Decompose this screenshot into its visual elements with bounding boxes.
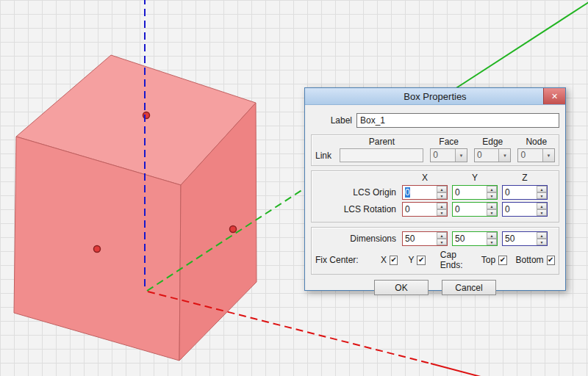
dialog-title: Box Properties xyxy=(404,91,466,102)
lcs-rotation-caption: LCS Rotation xyxy=(315,204,398,214)
link-row: Link 0 ▼ 0 ▼ 0 ▼ xyxy=(315,148,555,162)
lcs-group: X Y Z LCS Origin 0 ▲▼ 0 ▲▼ 0 xyxy=(311,170,559,223)
fix-center-y-checkbox[interactable]: ✔ xyxy=(417,256,425,265)
dimensions-group: Dimensions 50 ▲▼ 50 ▲▼ 50 ▲▼ Fix xyxy=(311,227,559,275)
dropdown-arrow-icon[interactable]: ▼ xyxy=(542,149,554,162)
cap-ends-bottom-checkbox[interactable]: ✔ xyxy=(547,256,555,265)
spin-down-icon[interactable]: ▼ xyxy=(437,209,447,216)
lcs-origin-x-spinner[interactable]: 0 ▲▼ xyxy=(402,185,448,200)
node-header: Node xyxy=(517,137,555,147)
fix-center-y-label: Y xyxy=(408,255,414,265)
face-header: Face xyxy=(430,137,467,147)
link-face-value: 0 xyxy=(431,149,455,162)
spin-up-icon[interactable]: ▲ xyxy=(537,203,547,209)
z-header: Z xyxy=(502,173,548,183)
dimensions-row: Dimensions 50 ▲▼ 50 ▲▼ 50 ▲▼ xyxy=(315,231,555,246)
dropdown-arrow-icon[interactable]: ▼ xyxy=(455,149,467,162)
dropdown-arrow-icon[interactable]: ▼ xyxy=(498,149,510,162)
spin-down-icon[interactable]: ▼ xyxy=(487,209,497,216)
lcs-rotation-y-value[interactable]: 0 xyxy=(453,203,487,216)
fix-center-row: Fix Center: X ✔ Y ✔ Cap Ends: Top ✔ Bott… xyxy=(315,250,555,270)
lcs-rotation-z-spinner[interactable]: 0 ▲▼ xyxy=(502,202,548,217)
edge-header: Edge xyxy=(474,137,512,147)
dimensions-z-spinner[interactable]: 50 ▲▼ xyxy=(502,231,548,246)
spin-down-icon[interactable]: ▼ xyxy=(537,192,547,199)
link-caption: Link xyxy=(315,151,333,161)
spin-up-icon[interactable]: ▲ xyxy=(437,232,447,239)
cancel-button[interactable]: Cancel xyxy=(442,280,496,295)
link-group: Parent Face Edge Node Link 0 ▼ 0 xyxy=(311,134,559,166)
link-edge-value: 0 xyxy=(475,149,499,162)
ok-button[interactable]: OK xyxy=(374,280,429,295)
spin-up-icon[interactable]: ▲ xyxy=(487,203,497,209)
dialog-buttons: OK Cancel xyxy=(311,280,559,295)
link-node-value: 0 xyxy=(518,149,542,162)
spin-down-icon[interactable]: ▼ xyxy=(437,192,447,199)
lcs-origin-y-value[interactable]: 0 xyxy=(453,186,487,199)
dimensions-x-value[interactable]: 50 xyxy=(403,232,437,245)
spin-up-icon[interactable]: ▲ xyxy=(537,186,547,192)
close-button[interactable]: ✕ xyxy=(543,88,565,104)
check-icon: ✔ xyxy=(548,256,553,264)
spin-up-icon[interactable]: ▲ xyxy=(437,186,447,192)
check-icon: ✔ xyxy=(418,256,424,264)
lcs-rotation-y-spinner[interactable]: 0 ▲▼ xyxy=(452,202,498,217)
dialog-titlebar[interactable]: Box Properties ✕ xyxy=(305,88,565,105)
spin-down-icon[interactable]: ▼ xyxy=(437,239,447,245)
lcs-rotation-x-value[interactable]: 0 xyxy=(403,203,437,216)
cap-ends-top-checkbox[interactable]: ✔ xyxy=(498,256,506,265)
link-edge-combo[interactable]: 0 ▼ xyxy=(474,148,512,162)
x-header: X xyxy=(402,173,448,183)
link-face-combo[interactable]: 0 ▼ xyxy=(430,148,467,162)
box-properties-dialog: Box Properties ✕ Label Box_1 Parent Face… xyxy=(304,87,566,291)
spin-down-icon[interactable]: ▼ xyxy=(537,209,547,216)
lcs-rotation-z-value[interactable]: 0 xyxy=(503,203,537,216)
box-solid[interactable] xyxy=(14,55,257,361)
dimensions-z-value[interactable]: 50 xyxy=(503,232,537,245)
close-icon: ✕ xyxy=(551,92,558,101)
lcs-origin-z-spinner[interactable]: 0 ▲▼ xyxy=(502,185,548,200)
y-axis-solid-line xyxy=(455,2,588,89)
spin-up-icon[interactable]: ▲ xyxy=(487,232,497,239)
lcs-origin-z-value[interactable]: 0 xyxy=(503,186,537,199)
dimensions-y-value[interactable]: 50 xyxy=(453,232,487,245)
cap-ends-top-label: Top xyxy=(481,255,495,265)
check-icon: ✔ xyxy=(391,256,397,264)
link-parent-input[interactable] xyxy=(340,148,423,162)
dimensions-x-spinner[interactable]: 50 ▲▼ xyxy=(402,231,448,246)
label-caption: Label xyxy=(311,115,352,126)
spin-up-icon[interactable]: ▲ xyxy=(437,203,447,209)
lcs-rotation-x-spinner[interactable]: 0 ▲▼ xyxy=(402,202,448,217)
spin-down-icon[interactable]: ▼ xyxy=(487,239,497,245)
dialog-body: Label Box_1 Parent Face Edge Node Link xyxy=(305,105,565,300)
link-node-combo[interactable]: 0 ▼ xyxy=(517,148,555,162)
lcs-origin-y-spinner[interactable]: 0 ▲▼ xyxy=(452,185,498,200)
lcs-origin-row: LCS Origin 0 ▲▼ 0 ▲▼ 0 ▲▼ xyxy=(315,185,555,200)
cap-ends-caption: Cap Ends: xyxy=(440,250,476,270)
fix-center-caption: Fix Center: xyxy=(315,255,381,265)
link-headers: Parent Face Edge Node xyxy=(315,137,555,147)
axis-headers: X Y Z xyxy=(315,173,555,183)
y-header: Y xyxy=(452,173,498,183)
dimensions-y-spinner[interactable]: 50 ▲▼ xyxy=(452,231,498,246)
parent-header: Parent xyxy=(340,137,423,147)
right-face-handle-dot[interactable] xyxy=(230,226,237,233)
dimensions-caption: Dimensions xyxy=(315,234,398,244)
3d-viewport[interactable]: Box Properties ✕ Label Box_1 Parent Face… xyxy=(0,0,588,376)
spin-down-icon[interactable]: ▼ xyxy=(487,192,497,199)
fix-center-x-label: X xyxy=(381,255,387,265)
fix-center-x-checkbox[interactable]: ✔ xyxy=(390,256,398,265)
spin-up-icon[interactable]: ▲ xyxy=(537,232,547,239)
label-input[interactable]: Box_1 xyxy=(356,113,559,128)
spin-up-icon[interactable]: ▲ xyxy=(487,186,497,192)
check-icon: ✔ xyxy=(500,256,506,264)
label-input-value: Box_1 xyxy=(360,115,385,126)
lcs-rotation-row: LCS Rotation 0 ▲▼ 0 ▲▼ 0 ▲▼ xyxy=(315,202,555,217)
lcs-origin-x-value[interactable]: 0 xyxy=(403,186,437,199)
front-face-handle-dot[interactable] xyxy=(94,246,101,253)
spin-down-icon[interactable]: ▼ xyxy=(537,239,547,245)
top-face-handle-dot[interactable] xyxy=(143,112,150,119)
x-axis-solid-line xyxy=(431,364,481,376)
lcs-origin-caption: LCS Origin xyxy=(315,187,398,198)
label-row: Label Box_1 xyxy=(311,113,559,128)
